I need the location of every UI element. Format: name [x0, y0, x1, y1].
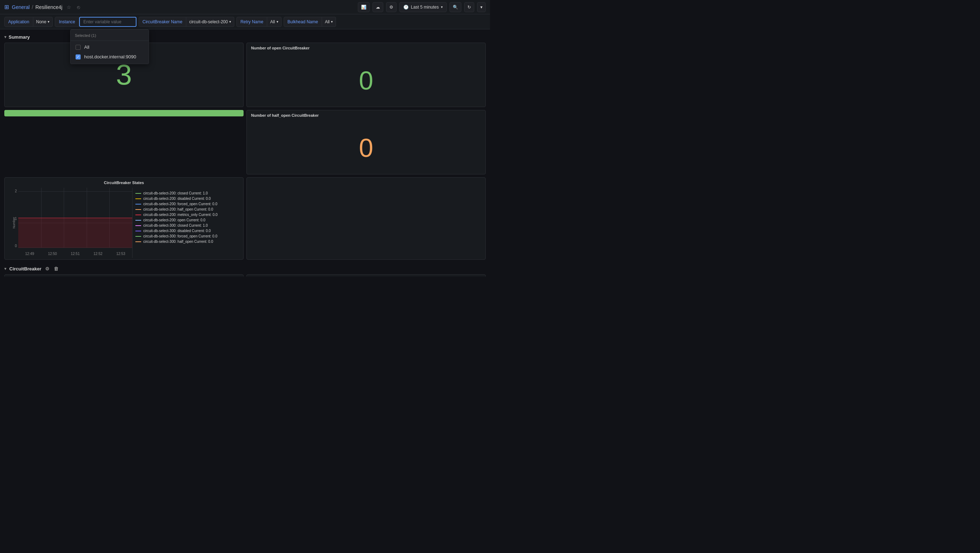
green-progress-bar — [4, 110, 243, 116]
save-button[interactable]: ☁ — [372, 2, 383, 12]
cb-name-label: CircuitBreaker Name — [138, 17, 186, 27]
dropdown-label-all: All — [84, 44, 89, 50]
summary-right: Number of open CircuitBreaker 0 Number o… — [247, 43, 486, 175]
open-cb-value: 0 — [359, 68, 373, 94]
cb-collapse-icon[interactable]: ▾ — [4, 267, 6, 271]
retry-name-label: Retry Name — [236, 17, 267, 27]
legend-color — [135, 236, 141, 237]
collapse-icon[interactable]: ▾ — [4, 35, 6, 40]
legend-label: circuit-db-select-200: closed Current: 1… — [143, 191, 208, 195]
application-filter: Application None ▾ — [4, 17, 52, 27]
dropdown-label-host: host.docker.internal:9090 — [84, 54, 136, 59]
open-cb-title: Number of open CircuitBreaker — [247, 43, 485, 50]
instance-input[interactable] — [79, 17, 137, 27]
grid-icon[interactable]: ⊞ — [4, 3, 9, 10]
star-icon[interactable]: ☆ — [65, 3, 73, 11]
half-open-cb-panel: Number of half_open CircuitBreaker 0 — [247, 110, 486, 175]
settings-icon: ⚙ — [389, 5, 393, 10]
time-range-selector[interactable]: 🕐 Last 5 minutes ▾ — [399, 2, 447, 12]
checkbox-host[interactable] — [76, 54, 81, 59]
retry-name-select[interactable]: All ▾ — [267, 17, 281, 27]
time-range-label: Last 5 minutes — [411, 5, 439, 10]
cb-states-title: CircuitBreaker States — [5, 178, 243, 188]
main-content: ▾ Summary 3 Number of open CircuitBreake… — [0, 29, 490, 276]
expand-icon: ▾ — [480, 5, 482, 10]
instance-label: Instance — [55, 17, 79, 27]
save-icon: ☁ — [376, 5, 380, 10]
grid-line-2 — [18, 191, 132, 192]
instance-dropdown: Selected (1) All host.docker.internal:90… — [70, 29, 149, 64]
half-open-cb-title: Number of half_open CircuitBreaker — [247, 110, 485, 118]
cb-y-axis: 2 1 0 — [5, 188, 18, 258]
topbar-left: ⊞ General / Resilience4j ☆ ⎋ — [4, 3, 355, 11]
legend-item: circuit-db-select-200: half_open Current… — [135, 207, 240, 212]
cb-settings-icon[interactable]: ⚙ — [45, 265, 50, 272]
dropdown-item-all[interactable]: All — [70, 42, 149, 52]
bulkhead-name-label: Bulkhead Name — [284, 17, 322, 27]
dropdown-item-host[interactable]: host.docker.internal:9090 — [70, 52, 149, 62]
chevron-down-icon: ▾ — [48, 20, 49, 24]
settings-button[interactable]: ⚙ — [386, 2, 396, 12]
zoom-out-icon: 🔍 — [453, 5, 458, 10]
legend-item: circuit-db-select-300: half_open Current… — [135, 239, 240, 244]
legend-color — [135, 230, 141, 231]
placeholder-panel — [247, 177, 486, 260]
application-label: Application — [4, 17, 33, 27]
topbar-right: 📊 ☁ ⚙ 🕐 Last 5 minutes ▾ 🔍 ↻ ▾ — [358, 2, 486, 12]
application-select[interactable]: None ▾ — [33, 17, 53, 27]
expand-button[interactable]: ▾ — [477, 2, 486, 12]
zoom-out-button[interactable]: 🔍 — [450, 2, 461, 12]
x-label-1253: 12:53 — [116, 252, 126, 256]
legend-color — [135, 220, 141, 221]
legend-label: circuit-db-select-200: forced_open Curre… — [143, 202, 218, 206]
y-label-2: 2 — [15, 189, 17, 193]
x-axis: 12:49 12:50 12:51 12:52 12:53 — [18, 252, 132, 256]
legend-label: circuit-db-select-200: disabled Current:… — [143, 197, 211, 200]
call-rate-panel: Call rate: circuit-db-select-200 1 0.500… — [247, 274, 486, 276]
breadcrumb-general[interactable]: General — [12, 4, 30, 10]
share-icon[interactable]: ⎋ — [76, 3, 81, 11]
legend-color — [135, 225, 141, 226]
legend-item: circuit-db-select-300: forced_open Curre… — [135, 234, 240, 239]
chevron-down-icon: ▾ — [331, 20, 333, 24]
legend-item: circuit-db-select-200: closed Current: 1… — [135, 191, 240, 196]
legend-color — [135, 242, 141, 242]
cb-states-row: CircuitBreaker States 2 1 0 Number — [4, 177, 486, 260]
add-panel-button[interactable]: 📊 — [358, 2, 370, 12]
cb-name-filter: CircuitBreaker Name circuit-db-select-20… — [138, 17, 234, 27]
call-rate-title: Call rate: circuit-db-select-200 — [247, 275, 485, 276]
x-label-1250: 12:50 — [48, 252, 57, 256]
cb-chart-area: Number 12:49 — [18, 188, 132, 258]
dropdown-header: Selected (1) — [70, 32, 149, 41]
bulkhead-name-filter: Bulkhead Name All ▾ — [284, 17, 336, 27]
legend-color — [135, 199, 141, 199]
x-label-1252: 12:52 — [94, 252, 102, 256]
legend-item: circuit-db-select-200: disabled Current:… — [135, 196, 240, 201]
legend-label: circuit-db-select-200: half_open Current… — [143, 207, 213, 211]
legend-label: circuit-db-select-300: closed Current: 1… — [143, 224, 208, 227]
add-panel-icon: 📊 — [361, 5, 366, 10]
legend-item: circuit-db-select-200: forced_open Curre… — [135, 201, 240, 207]
legend-color — [135, 193, 141, 194]
clock-icon: 🕐 — [403, 5, 409, 10]
instance-filter: Instance — [55, 17, 136, 27]
cb-states-inner: 2 1 0 Number — [5, 188, 243, 258]
failure-rate-title: Failure Rate: circuit-db-select-200 — [5, 275, 243, 276]
bulkhead-name-select[interactable]: All ▾ — [322, 17, 336, 27]
legend-label: circuit-db-select-300: forced_open Curre… — [143, 234, 218, 238]
checkbox-all[interactable] — [76, 45, 81, 50]
breadcrumb: General / Resilience4j — [12, 4, 62, 10]
cb-trash-icon[interactable]: 🗑 — [53, 265, 59, 272]
topbar: ⊞ General / Resilience4j ☆ ⎋ 📊 ☁ ⚙ 🕐 Las… — [0, 0, 490, 14]
refresh-button[interactable]: ↻ — [464, 2, 474, 12]
bottom-panels: Failure Rate: circuit-db-select-200 — [4, 274, 486, 276]
legend-label: circuit-db-select-300: half_open Current… — [143, 240, 213, 243]
chevron-down-icon: ▾ — [229, 20, 231, 24]
legend-item: circuit-db-select-200: metrics_only Curr… — [135, 212, 240, 218]
dark-fill — [18, 218, 132, 248]
breadcrumb-separator: / — [32, 4, 33, 10]
cb-section-header: ▾ CircuitBreaker ⚙ 🗑 — [4, 262, 486, 274]
cb-name-select[interactable]: circuit-db-select-200 ▾ — [186, 17, 234, 27]
chevron-down-icon: ▾ — [441, 5, 443, 9]
x-label-1251: 12:51 — [70, 252, 80, 256]
